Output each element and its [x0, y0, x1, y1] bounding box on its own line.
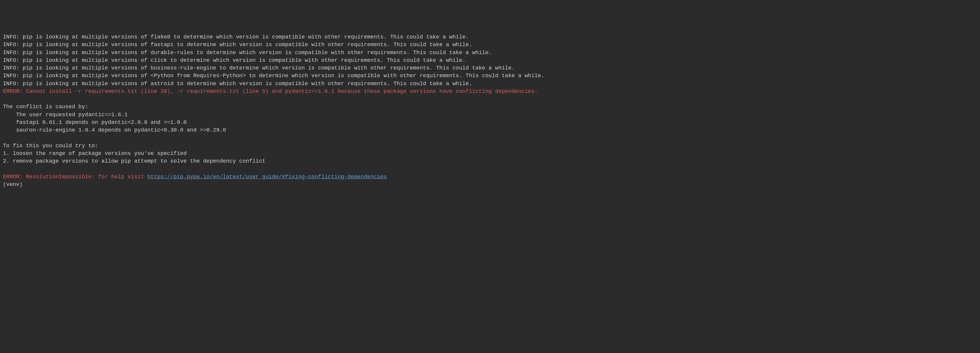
log-prefix-info: INFO:	[3, 65, 19, 71]
terminal-line	[3, 135, 977, 142]
log-text: pip is looking at multiple versions of b…	[19, 65, 515, 71]
log-text: pip is looking at multiple versions of c…	[19, 57, 466, 64]
terminal-line: ERROR: Cannot install -r requirements.tx…	[3, 88, 977, 95]
help-link[interactable]: https://pip.pypa.io/en/latest/user_guide…	[147, 174, 387, 180]
log-text: fastapi 0.61.1 depends on pydantic<2.0.0…	[3, 119, 187, 126]
terminal-line	[3, 95, 977, 103]
terminal-line: INFO: pip is looking at multiple version…	[3, 72, 977, 80]
terminal-line: INFO: pip is looking at multiple version…	[3, 33, 977, 41]
log-text: To fix this you could try to:	[3, 143, 98, 149]
log-error-text: ERROR: ResolutionImpossible: for help vi…	[3, 174, 147, 180]
terminal-line: INFO: pip is looking at multiple version…	[3, 64, 977, 72]
log-text: pip is looking at multiple versions of a…	[19, 81, 472, 87]
terminal-line: INFO: pip is looking at multiple version…	[3, 41, 977, 49]
log-text: pip is looking at multiple versions of f…	[19, 42, 472, 48]
log-text: 2. remove package versions to allow pip …	[3, 158, 266, 164]
log-text: The conflict is caused by:	[3, 104, 88, 110]
log-text: pip is looking at multiple versions of <…	[19, 73, 544, 79]
terminal-line: The user requested pydantic==1.6.1	[3, 111, 977, 119]
terminal-line: fastapi 0.61.1 depends on pydantic<2.0.0…	[3, 119, 977, 127]
terminal-line: 1. loosen the range of package versions …	[3, 150, 977, 157]
terminal-line: INFO: pip is looking at multiple version…	[3, 49, 977, 57]
terminal-line: To fix this you could try to:	[3, 142, 977, 150]
log-text: pip is looking at multiple versions of d…	[19, 50, 492, 56]
terminal-line: The conflict is caused by:	[3, 103, 977, 111]
terminal-line: 2. remove package versions to allow pip …	[3, 157, 977, 165]
terminal-line: ERROR: ResolutionImpossible: for help vi…	[3, 173, 977, 181]
terminal-line: INFO: pip is looking at multiple version…	[3, 57, 977, 64]
log-text: (venv)	[3, 181, 23, 188]
terminal-line: (venv)	[3, 181, 977, 189]
terminal-line	[3, 165, 977, 173]
terminal-line: sauron-rule-engine 1.0.4 depends on pyda…	[3, 127, 977, 134]
log-error-text: ERROR: Cannot install -r requirements.tx…	[3, 88, 538, 95]
log-prefix-info: INFO:	[3, 34, 19, 40]
log-prefix-info: INFO:	[3, 57, 19, 64]
log-text: sauron-rule-engine 1.0.4 depends on pyda…	[3, 127, 226, 134]
terminal-output[interactable]: INFO: pip is looking at multiple version…	[3, 33, 977, 189]
log-text: The user requested pydantic==1.6.1	[3, 112, 128, 118]
log-prefix-info: INFO:	[3, 42, 19, 48]
log-prefix-info: INFO:	[3, 50, 19, 56]
terminal-line: INFO: pip is looking at multiple version…	[3, 80, 977, 88]
log-text: pip is looking at multiple versions of f…	[19, 34, 469, 40]
log-prefix-info: INFO:	[3, 73, 19, 79]
log-text: 1. loosen the range of package versions …	[3, 151, 187, 157]
log-prefix-info: INFO:	[3, 81, 19, 87]
